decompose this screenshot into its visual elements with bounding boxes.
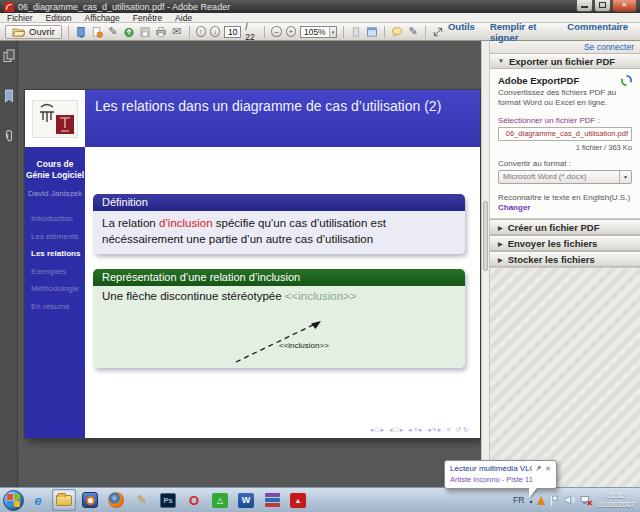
- definition-text-highlight: d’inclusion: [159, 217, 213, 229]
- print-icon[interactable]: [155, 25, 167, 38]
- sign-in-bar: Se connecter: [490, 41, 640, 53]
- word-icon: W: [238, 493, 254, 508]
- restore-button[interactable]: [594, 0, 611, 12]
- next-page-button[interactable]: ↓: [210, 26, 220, 37]
- comment-bubble-icon[interactable]: [391, 25, 403, 38]
- tools-button[interactable]: Outils: [448, 21, 475, 43]
- tooltip-tail: [529, 488, 537, 498]
- send-files-section-header[interactable]: ▶ Envoyer les fichiers: [490, 235, 640, 251]
- share-icon[interactable]: [123, 25, 135, 38]
- open-label: Ouvrir: [29, 26, 55, 37]
- scrolling-mode-icon[interactable]: [350, 25, 362, 38]
- beamer-navigation-symbols[interactable]: ◂□▸ ◂□▸ ◂≡▸ ◂≡▸ ≡ ↺↻: [370, 426, 470, 434]
- export-section-label: Exporter un fichier PDF: [509, 56, 615, 67]
- nav-les-elements[interactable]: Les éléments: [31, 232, 85, 241]
- toolbar: Ouvrir ✎ ✉ ↑ ↓ / 22 – + 105% ▾ ✎ Outils …: [0, 23, 640, 41]
- vlc-cone-icon[interactable]: [537, 496, 545, 505]
- nav-les-relations-active[interactable]: Les relations: [31, 249, 85, 258]
- comment-button[interactable]: Commentaire: [567, 21, 628, 43]
- menu-fenetre[interactable]: Fenêtre: [133, 13, 162, 23]
- export-pdf-section-header[interactable]: ▼ Exporter un fichier PDF: [490, 53, 640, 69]
- zoom-level-select[interactable]: 105% ▾: [300, 26, 337, 38]
- menu-fichier[interactable]: Fichier: [7, 13, 33, 23]
- zoom-value: 105%: [304, 27, 326, 37]
- save-icon[interactable]: [139, 25, 151, 38]
- open-button[interactable]: Ouvrir: [5, 25, 62, 39]
- taskbar-firefox[interactable]: [104, 489, 128, 511]
- fill-sign-button[interactable]: Remplir et signer: [490, 21, 552, 43]
- save-as-icon[interactable]: [75, 25, 87, 38]
- selected-file-item[interactable]: 06_diagramme_cas_d_utilisation.pdf: [498, 127, 632, 141]
- window-title: 06_diagramme_cas_d_utilisation.pdf - Ado…: [18, 2, 230, 12]
- window-titlebar: 06_diagramme_cas_d_utilisation.pdf - Ado…: [0, 0, 640, 13]
- folder-icon: [56, 495, 72, 506]
- fit-window-icon[interactable]: [366, 25, 378, 38]
- store-files-section-header[interactable]: ▶ Stocker les fichiers: [490, 251, 640, 267]
- pen-icon: ✎: [137, 493, 147, 507]
- chevron-right-icon: ▶: [498, 224, 503, 231]
- volume-icon[interactable]: [564, 495, 575, 505]
- close-icon[interactable]: ✕: [545, 465, 551, 472]
- scrollbar-thumb[interactable]: [483, 201, 488, 271]
- taskbar-green-triangle-app[interactable]: △: [208, 489, 232, 511]
- tooltip-subtitle: Artiste inconnu - Piste 11: [450, 475, 551, 484]
- nav-methodologie[interactable]: Méthodologie: [31, 284, 85, 293]
- page-total: / 22: [245, 22, 258, 42]
- minimize-button[interactable]: [576, 0, 593, 12]
- nav-en-resume[interactable]: En résumé: [31, 302, 85, 311]
- zoom-in-button[interactable]: +: [286, 26, 296, 37]
- change-link[interactable]: Changer: [498, 203, 632, 212]
- pin-icon[interactable]: [535, 465, 542, 472]
- toolbar-right-buttons: Outils Remplir et signer Commentaire: [448, 21, 635, 43]
- sign-icon[interactable]: ✎: [107, 25, 119, 38]
- signature-icon[interactable]: ✎: [407, 25, 419, 38]
- taskbar-photoshop[interactable]: Ps: [156, 489, 180, 511]
- menu-edition[interactable]: Edition: [46, 13, 72, 23]
- taskbar-windows-explorer[interactable]: [52, 489, 76, 511]
- format-select[interactable]: Microsoft Word (*.docx) ▼: [498, 170, 632, 184]
- internet-explorer-icon: e: [34, 493, 41, 508]
- open-folder-icon: [12, 25, 25, 38]
- author-name: David Janiszek: [25, 189, 85, 199]
- slide-title-text: Les relations dans un diagramme de cas d…: [95, 98, 441, 114]
- chevron-down-icon: ▾: [329, 27, 337, 37]
- export-pdf-icon[interactable]: [91, 25, 103, 38]
- zoom-out-button[interactable]: –: [271, 26, 281, 37]
- store-files-label: Stocker les fichiers: [508, 254, 595, 265]
- document-pane[interactable]: Les relations dans un diagramme de cas d…: [18, 41, 481, 487]
- screen: 06_diagramme_cas_d_utilisation.pdf - Ado…: [0, 0, 640, 512]
- email-icon[interactable]: ✉: [171, 25, 183, 38]
- firefox-icon: [108, 492, 124, 508]
- close-button[interactable]: ✕: [612, 0, 637, 12]
- attachments-paperclip-icon[interactable]: [2, 129, 16, 143]
- taskbar-pen-tool-app[interactable]: ✎: [130, 489, 154, 511]
- action-center-flag-icon[interactable]: [550, 495, 559, 506]
- nav-introduction[interactable]: Introduction: [31, 214, 85, 223]
- network-icon[interactable]: [580, 495, 592, 506]
- expand-panes-icon[interactable]: [432, 25, 444, 38]
- page-number-input[interactable]: [224, 26, 241, 38]
- clock-date: 01/01/2007: [597, 500, 635, 509]
- taskbar-word[interactable]: W: [234, 489, 258, 511]
- page-thumbnails-icon[interactable]: [2, 49, 16, 63]
- media-player-icon: [82, 492, 98, 508]
- create-pdf-section-header[interactable]: ▶ Créer un fichier PDF: [490, 219, 640, 235]
- window-controls: ✕: [575, 0, 637, 12]
- taskbar-media-player[interactable]: [78, 489, 102, 511]
- taskbar-clock[interactable]: 01:12 01/01/2007: [597, 491, 635, 510]
- document-scrollbar[interactable]: [481, 41, 490, 487]
- menu-aide[interactable]: Aide: [175, 13, 192, 23]
- taskbar-internet-explorer[interactable]: e: [26, 489, 50, 511]
- nav-exemples[interactable]: Exemples: [31, 267, 85, 276]
- language-indicator[interactable]: FR: [513, 495, 524, 505]
- bookmarks-icon[interactable]: [2, 89, 16, 103]
- adobe-reader-app-icon: [4, 2, 14, 12]
- previous-page-button[interactable]: ↑: [196, 26, 206, 37]
- menu-affichage[interactable]: Affichage: [85, 13, 120, 23]
- taskbar-opera[interactable]: O: [182, 489, 206, 511]
- start-button[interactable]: [3, 490, 24, 511]
- taskbar-adobe-reader[interactable]: ▲: [286, 489, 310, 511]
- adobe-reader-icon: ▲: [290, 493, 306, 508]
- taskbar-winrar[interactable]: [260, 489, 284, 511]
- sign-in-link[interactable]: Se connecter: [584, 42, 634, 52]
